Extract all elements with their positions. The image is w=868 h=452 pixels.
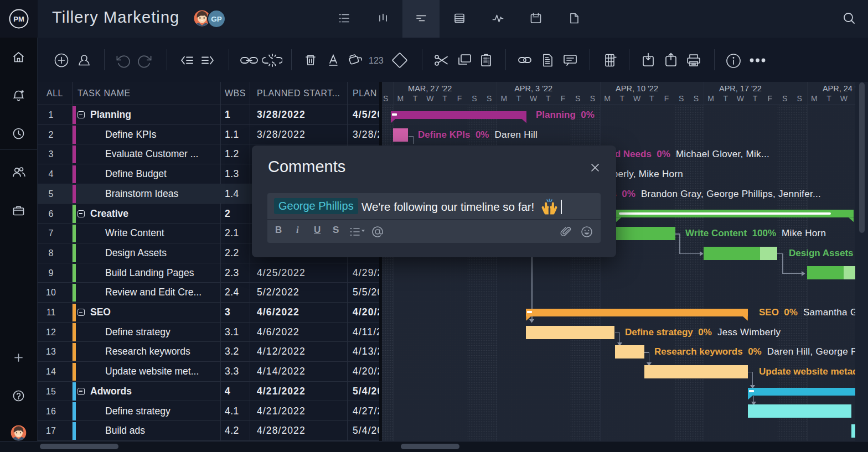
- svg-text:PM: PM: [13, 15, 24, 23]
- svg-text:123: 123: [369, 56, 384, 65]
- svg-text:GP: GP: [211, 15, 222, 23]
